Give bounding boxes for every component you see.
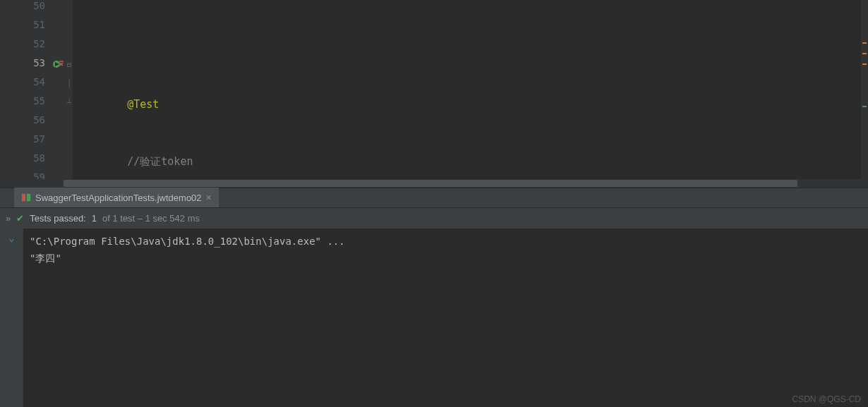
svg-rect-1 bbox=[22, 194, 25, 202]
run-tab-icon bbox=[21, 193, 31, 202]
console-line: "李四" bbox=[30, 253, 61, 264]
run-config-tabs: SwaggerTestApplicationTests.jwtdemo02 × bbox=[0, 188, 868, 207]
watermark-text: CSDN @QGS-CD bbox=[792, 394, 861, 404]
warning-tick[interactable] bbox=[862, 53, 867, 54]
comment: //验证token bbox=[127, 155, 193, 168]
tests-status-suffix: of 1 test – 1 sec 542 ms bbox=[102, 213, 200, 224]
expand-icon[interactable]: » bbox=[6, 213, 11, 224]
fold-mark-icon[interactable]: ┴ bbox=[67, 99, 71, 107]
warning-tick[interactable] bbox=[862, 63, 867, 65]
console-output[interactable]: "C:\Program Files\Java\jdk1.8.0_102\bin\… bbox=[24, 229, 868, 408]
warning-tick[interactable] bbox=[862, 42, 867, 44]
annotation: @Test bbox=[127, 98, 159, 111]
close-icon[interactable]: × bbox=[206, 192, 212, 203]
run-config-tab-label: SwaggerTestApplicationTests.jwtdemo02 bbox=[35, 193, 202, 203]
error-stripe[interactable] bbox=[861, 0, 868, 179]
svg-rect-2 bbox=[27, 194, 30, 202]
fold-start-icon[interactable]: ⊟ bbox=[67, 61, 71, 68]
collapse-icon[interactable]: ⌄ bbox=[6, 231, 18, 244]
console-toolbar: ⌄ bbox=[0, 229, 24, 408]
run-config-tab[interactable]: SwaggerTestApplicationTests.jwtdemo02 × bbox=[14, 188, 219, 207]
tests-passed-count: 1 bbox=[92, 213, 97, 224]
left-marker-strip bbox=[0, 0, 8, 179]
run-gutter bbox=[52, 0, 66, 179]
horizontal-scrollbar[interactable] bbox=[0, 179, 868, 188]
check-icon: ✔ bbox=[16, 213, 24, 224]
test-status-bar: » ✔ Tests passed: 1 of 1 test – 1 sec 54… bbox=[0, 207, 868, 229]
fold-mark-icon[interactable]: │ bbox=[67, 80, 71, 87]
console-line: "C:\Program Files\Java\jdk1.8.0_102\bin\… bbox=[30, 236, 345, 247]
fold-gutter: ⊟ │ ┴ ┴ bbox=[66, 0, 73, 179]
info-tick[interactable] bbox=[862, 106, 867, 107]
code-editor[interactable]: 505152 53 545556 575859 606162 6364 ⊟ │ … bbox=[0, 0, 868, 179]
scroll-thumb[interactable] bbox=[64, 180, 797, 187]
run-test-icon[interactable] bbox=[53, 59, 64, 70]
tests-passed-label: Tests passed: bbox=[30, 213, 86, 224]
code-content[interactable]: @Test //验证token void jwtdemo02(){ //创建验证… bbox=[73, 0, 861, 179]
console-panel: ⌄ "C:\Program Files\Java\jdk1.8.0_102\bi… bbox=[0, 229, 868, 408]
line-number-gutter: 505152 53 545556 575859 606162 6364 bbox=[8, 0, 52, 179]
